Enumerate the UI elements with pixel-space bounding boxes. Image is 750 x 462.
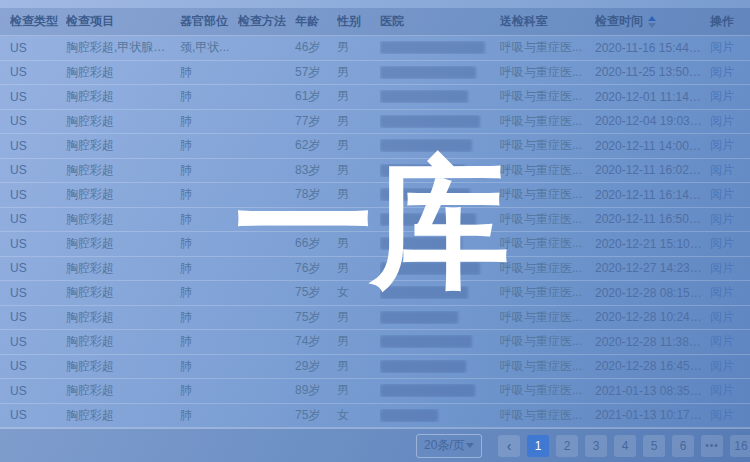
cell-item: 胸腔彩超: [66, 88, 180, 105]
view-image-link[interactable]: 阅片: [710, 285, 734, 299]
cell-gender: 男: [337, 235, 380, 252]
sort-caret-icon[interactable]: [648, 16, 656, 28]
column-header-gender: 性别: [337, 13, 380, 30]
column-header-time[interactable]: 检查时间: [595, 13, 710, 30]
cell-time: 2020-12-28 11:38:11: [595, 335, 710, 349]
cell-age: 77岁: [295, 113, 337, 130]
column-header-label: 操作: [710, 13, 734, 30]
table-row: US胸腔彩超肺62岁男呼吸与重症医...2020-12-11 14:00:14阅…: [0, 134, 750, 159]
cell-time: 2020-12-11 16:50:25: [595, 212, 710, 226]
cell-dept: 呼吸与重症医...: [500, 186, 595, 203]
prev-page-button[interactable]: ‹: [498, 435, 520, 457]
cell-item: 胸腔彩超: [66, 284, 180, 301]
cell-hospital: [380, 335, 500, 348]
cell-dept: 呼吸与重症医...: [500, 211, 595, 228]
page-button-4[interactable]: 4: [614, 435, 636, 457]
view-image-link[interactable]: 阅片: [710, 212, 734, 226]
page-size-select[interactable]: 20条/页: [416, 434, 482, 458]
cell-gender: 女: [337, 211, 380, 228]
cell-action: 阅片: [710, 113, 750, 130]
view-image-link[interactable]: 阅片: [710, 408, 734, 422]
page-button-1[interactable]: 1: [527, 435, 549, 457]
table-row: US胸腔彩超肺75岁女呼吸与重症医...2021-01-13 10:17:16阅…: [0, 404, 750, 429]
cell-hospital: [380, 66, 500, 79]
hospital-redacted-bar: [380, 335, 472, 348]
chevron-down-icon: [466, 443, 474, 448]
cell-type: US: [10, 310, 66, 324]
cell-type: US: [10, 261, 66, 275]
cell-hospital: [380, 409, 500, 422]
page-button-6[interactable]: 6: [672, 435, 694, 457]
column-header-dept: 送检科室: [500, 13, 595, 30]
cell-type: US: [10, 408, 66, 422]
more-pages-button[interactable]: •••: [701, 435, 723, 457]
page-button-2[interactable]: 2: [556, 435, 578, 457]
hospital-redacted-bar: [380, 164, 465, 177]
cell-type: US: [10, 90, 66, 104]
cell-gender: 男: [337, 333, 380, 350]
cell-organ: 肺: [180, 382, 238, 399]
column-header-label: 检查项目: [66, 13, 114, 30]
page-button-16[interactable]: 16: [730, 435, 750, 457]
cell-hospital: [380, 188, 500, 201]
view-image-link[interactable]: 阅片: [710, 359, 734, 373]
hospital-redacted-bar: [380, 384, 475, 397]
cell-gender: 男: [337, 64, 380, 81]
cell-time: 2020-12-28 10:24:30: [595, 310, 710, 324]
table-row: US胸腔彩超肺77岁男呼吸与重症医...2020-12-04 19:03:24阅…: [0, 110, 750, 135]
cell-age: 74岁: [295, 333, 337, 350]
cell-hospital: [380, 90, 500, 103]
cell-organ: 肺: [180, 88, 238, 105]
column-header-hospital: 医院: [380, 13, 500, 30]
cell-dept: 呼吸与重症医...: [500, 260, 595, 277]
cell-organ: 肺: [180, 186, 238, 203]
cell-gender: 男: [337, 260, 380, 277]
cell-item: 胸腔彩超: [66, 358, 180, 375]
view-image-link[interactable]: 阅片: [710, 261, 734, 275]
hospital-redacted-bar: [380, 66, 476, 79]
cell-time: 2020-12-11 14:00:14: [595, 139, 710, 153]
cell-organ: 肺: [180, 407, 238, 424]
page-button-3[interactable]: 3: [585, 435, 607, 457]
cell-organ: 肺: [180, 137, 238, 154]
view-image-link[interactable]: 阅片: [710, 89, 734, 103]
cell-organ: 肺: [180, 284, 238, 301]
column-header-label: 送检科室: [500, 13, 548, 30]
column-header-type: 检查类型: [10, 13, 66, 30]
view-image-link[interactable]: 阅片: [710, 114, 734, 128]
cell-gender: 男: [337, 39, 380, 56]
cell-item: 胸腔彩超: [66, 186, 180, 203]
view-image-link[interactable]: 阅片: [710, 187, 734, 201]
cell-age: 78岁: [295, 186, 337, 203]
cell-organ: 颈,甲状...: [180, 39, 238, 56]
cell-dept: 呼吸与重症医...: [500, 162, 595, 179]
cell-dept: 呼吸与重症医...: [500, 407, 595, 424]
table-header-row: 检查类型检查项目器官部位检查方法年龄性别医院送检科室检查时间操作: [0, 8, 750, 36]
cell-action: 阅片: [710, 64, 750, 81]
hospital-redacted-bar: [380, 139, 472, 152]
cell-item: 胸腔彩超: [66, 235, 180, 252]
cell-gender: 女: [337, 407, 380, 424]
cell-gender: 男: [337, 186, 380, 203]
view-image-link[interactable]: 阅片: [710, 40, 734, 54]
cell-item: 胸腔彩超: [66, 64, 180, 81]
column-header-label: 年龄: [295, 13, 319, 30]
view-image-link[interactable]: 阅片: [710, 236, 734, 250]
cell-action: 阅片: [710, 382, 750, 399]
cell-organ: 肺: [180, 260, 238, 277]
page-button-5[interactable]: 5: [643, 435, 665, 457]
column-header-label: 检查时间: [595, 13, 643, 30]
cell-item: 胸腔彩超: [66, 309, 180, 326]
view-image-link[interactable]: 阅片: [710, 383, 734, 397]
view-image-link[interactable]: 阅片: [710, 334, 734, 348]
view-image-link[interactable]: 阅片: [710, 138, 734, 152]
column-header-label: 医院: [380, 13, 404, 30]
view-image-link[interactable]: 阅片: [710, 163, 734, 177]
cell-dept: 呼吸与重症医...: [500, 309, 595, 326]
cell-time: 2020-12-28 08:15:51: [595, 286, 710, 300]
view-image-link[interactable]: 阅片: [710, 65, 734, 79]
cell-hospital: [380, 115, 500, 128]
cell-hospital: [380, 139, 500, 152]
cell-gender: 男: [337, 113, 380, 130]
view-image-link[interactable]: 阅片: [710, 310, 734, 324]
